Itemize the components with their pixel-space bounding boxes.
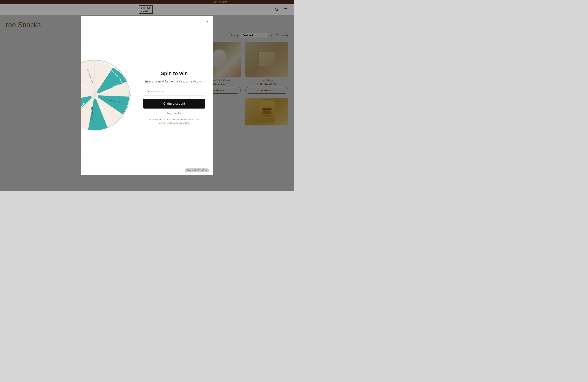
spin-to-win-modal: ×: [81, 16, 213, 175]
svg-point-24: [128, 94, 130, 96]
wheel-area: Free shipping above 500: [81, 16, 139, 175]
email-input[interactable]: [143, 87, 205, 96]
powered-by-badge: Powered by EcomSend: [185, 169, 209, 172]
claim-discount-button[interactable]: Claim discount: [143, 99, 205, 108]
wheel-pointer-indicator: [128, 94, 131, 97]
no-thanks-button[interactable]: No, thanks: [143, 112, 205, 115]
wheel-container: Free shipping above 500: [81, 58, 131, 133]
spin-wheel: Free shipping above 500: [81, 58, 131, 132]
svg-text:20% OFF above 700: 20% OFF above 700: [91, 107, 93, 122]
wheel-center-inner: [93, 93, 96, 97]
close-button[interactable]: ×: [205, 19, 210, 24]
form-area: Spin to win Enter your email for the cha…: [139, 16, 213, 175]
popup-subtitle: Enter your email for the chance to win a…: [143, 80, 205, 84]
popup-title: Spin to win: [143, 70, 205, 76]
disclaimer-text: You are signing up to receive communicat…: [143, 118, 205, 125]
wheel-label-5: 20% OFF above 700: [91, 107, 93, 122]
